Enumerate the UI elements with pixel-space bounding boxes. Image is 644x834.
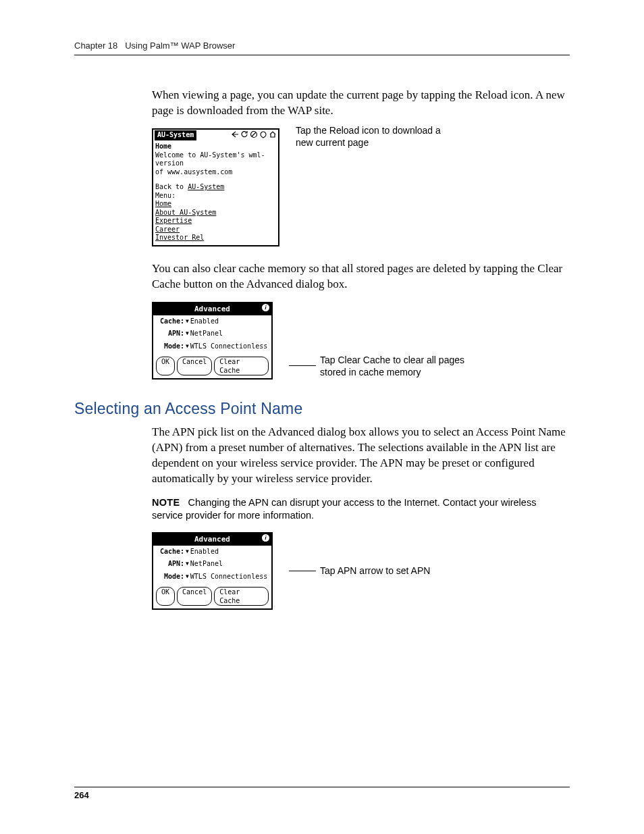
adv-row-cache: Cache: ▼ Enabled: [153, 546, 271, 558]
adv-row-mode: Mode: ▼ WTLS Connectionless: [153, 571, 271, 583]
wap-browser-screenshot: AU-System: [152, 128, 279, 246]
paragraph-apn: The APN pick list on the Advanced dialog…: [152, 425, 570, 487]
wap-page-heading: Home: [155, 142, 276, 151]
adv-row-mode: Mode: ▼ WTLS Connectionless: [153, 340, 271, 353]
paragraph-reload: When viewing a page, you can update the …: [152, 88, 570, 119]
mode-label: Mode:: [156, 573, 184, 581]
wap-toolbar: [231, 130, 277, 141]
wap-body: Home Welcome to AU-System's wml-version …: [153, 141, 278, 245]
apn-value[interactable]: NetPanel: [190, 330, 223, 338]
callout-apn: Tap APN arrow to set APN: [289, 565, 430, 577]
mode-value[interactable]: WTLS Connectionless: [190, 573, 267, 581]
figure-wap-browser: AU-System: [152, 128, 570, 246]
wap-welcome-line-1: Welcome to AU-System's wml-version: [155, 151, 276, 168]
info-icon[interactable]: i: [262, 534, 269, 542]
chapter-label: Chapter 18: [74, 41, 117, 51]
dropdown-arrow-icon[interactable]: ▼: [186, 573, 189, 580]
mode-value[interactable]: WTLS Connectionless: [190, 342, 267, 351]
wap-header-title: AU-System: [155, 130, 196, 140]
figure-advanced-apn: Advanced i Cache: ▼ Enabled APN: ▼ NetPa…: [152, 532, 570, 610]
wap-link-expertise[interactable]: Expertise: [155, 217, 192, 224]
note-text: Changing the APN can disrupt your access…: [152, 497, 536, 521]
clear-cache-button[interactable]: Clear Cache: [214, 357, 269, 375]
apn-label: APN:: [156, 560, 184, 569]
back-icon[interactable]: [231, 130, 239, 141]
note-apn: NOTE Changing the APN can disrupt your a…: [152, 496, 570, 523]
page-number: 264: [74, 787, 570, 800]
adv-row-apn: APN: ▼ NetPanel: [153, 558, 271, 571]
info-icon[interactable]: i: [262, 304, 269, 311]
cache-label: Cache:: [156, 548, 184, 556]
wap-back-link[interactable]: AU-System: [188, 183, 224, 190]
home-icon[interactable]: [269, 130, 277, 141]
dropdown-arrow-icon[interactable]: ▼: [186, 330, 189, 337]
ok-button[interactable]: OK: [156, 587, 175, 606]
callout-reload: Tap the Reload icon to download a new cu…: [296, 124, 444, 149]
wap-back-prefix: Back to: [155, 183, 188, 190]
adv-row-cache: Cache: ▼ Enabled: [153, 315, 271, 328]
note-label: NOTE: [152, 497, 180, 508]
svg-line-1: [252, 132, 256, 136]
paragraph-clear-cache: You can also clear cache memory so that …: [152, 261, 570, 292]
clear-cache-button[interactable]: Clear Cache: [214, 587, 269, 606]
cancel-button[interactable]: Cancel: [177, 587, 212, 606]
dropdown-arrow-icon[interactable]: ▼: [186, 561, 189, 567]
dropdown-arrow-icon[interactable]: ▼: [186, 548, 189, 555]
apn-value[interactable]: NetPanel: [190, 560, 223, 569]
advanced-dialog-title: Advanced i: [153, 533, 271, 546]
stop-icon[interactable]: [250, 130, 258, 141]
advanced-dialog-2: Advanced i Cache: ▼ Enabled APN: ▼ NetPa…: [152, 532, 273, 610]
cache-value[interactable]: Enabled: [190, 548, 219, 556]
advanced-dialog-title: Advanced i: [153, 303, 271, 315]
cache-label: Cache:: [156, 317, 184, 326]
mode-label: Mode:: [156, 342, 184, 351]
dropdown-arrow-icon[interactable]: ▼: [186, 318, 189, 325]
wap-link-about[interactable]: About AU-System: [155, 209, 216, 216]
wap-welcome-line-2: of www.ausystem.com: [155, 168, 276, 177]
bookmark-icon[interactable]: [259, 130, 267, 141]
callout-clear-cache: Tap Clear Cache to clear all pages store…: [289, 354, 468, 378]
wap-link-investor[interactable]: Investor Rel: [155, 234, 204, 241]
apn-label: APN:: [156, 330, 184, 338]
wap-menu-label: Menu:: [155, 192, 276, 201]
dropdown-arrow-icon[interactable]: ▼: [186, 343, 189, 350]
figure-advanced-clear-cache: Advanced i Cache: ▼ Enabled APN: ▼ NetPa…: [152, 302, 570, 380]
advanced-dialog-1: Advanced i Cache: ▼ Enabled APN: ▼ NetPa…: [152, 302, 273, 380]
adv-row-apn: APN: ▼ NetPanel: [153, 328, 271, 340]
ok-button[interactable]: OK: [156, 357, 175, 375]
chapter-title: Using Palm™ WAP Browser: [125, 41, 235, 51]
running-header: Chapter 18 Using Palm™ WAP Browser: [74, 41, 570, 55]
wap-link-career[interactable]: Career: [155, 226, 180, 233]
reload-icon[interactable]: [240, 130, 248, 141]
cancel-button[interactable]: Cancel: [177, 357, 212, 375]
section-heading-apn: Selecting an Access Point Name: [74, 400, 570, 418]
cache-value[interactable]: Enabled: [190, 317, 219, 326]
wap-link-home[interactable]: Home: [155, 200, 171, 207]
